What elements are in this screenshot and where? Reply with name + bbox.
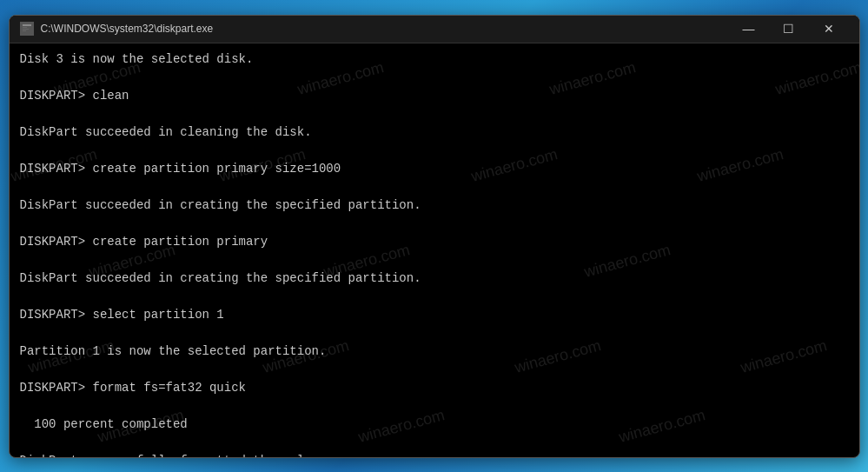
svg-rect-2 [23,27,27,28]
close-button[interactable]: ✕ [809,15,849,43]
svg-rect-3 [23,29,29,30]
console-output: Disk 3 is now the selected disk. DISKPAR… [20,50,849,457]
window-title: C:\WINDOWS\system32\diskpart.exe [41,23,729,35]
window-controls: — ☐ ✕ [729,15,849,43]
console-body: winaero.comwinaero.comwinaero.comwinaero… [10,43,859,457]
minimize-button[interactable]: — [729,15,769,43]
title-bar: C:\WINDOWS\system32\diskpart.exe — ☐ ✕ [10,16,859,43]
window-icon [20,22,34,36]
cmd-window: C:\WINDOWS\system32\diskpart.exe — ☐ ✕ w… [9,15,860,458]
maximize-button[interactable]: ☐ [769,15,809,43]
svg-rect-1 [23,24,31,26]
svg-rect-4 [23,30,26,31]
